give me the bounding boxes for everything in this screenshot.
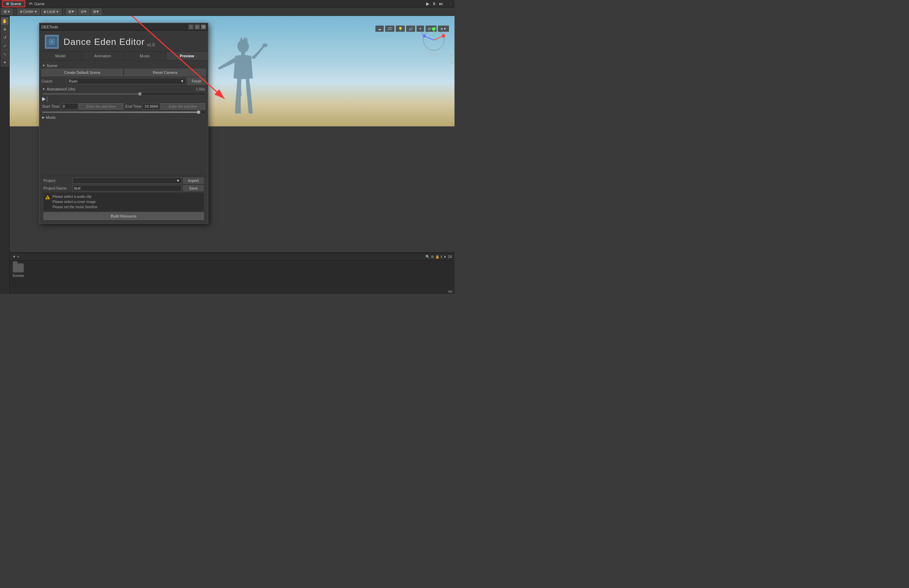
dialog-close-btn[interactable]: ✕ xyxy=(201,24,206,29)
animation-speed: 1.00x xyxy=(196,87,205,91)
start-time-input[interactable] xyxy=(61,103,78,110)
transform-button[interactable]: ⊞▼ xyxy=(66,9,77,15)
tab-music[interactable]: Music xyxy=(124,52,166,60)
layers-button[interactable]: ⊞ ▼ xyxy=(2,9,13,15)
local-button[interactable]: ◈ Local ▼ xyxy=(41,9,61,15)
playback-row xyxy=(42,95,206,103)
left-tools-panel: ✋ ⊕ ↺ ⤢ ⤡ ✦ xyxy=(0,16,10,294)
svg-point-0 xyxy=(237,40,249,52)
project-name-input[interactable] xyxy=(73,185,182,191)
pause-button[interactable]: ⏸ xyxy=(432,2,436,6)
toolbar: ⊞ ▼ ⊕ Center ▼ ◈ Local ▼ ⊞▼ ⊟▼ ⊠▼ xyxy=(0,8,454,16)
dialog-content: ▼ Scene Create Default Scene Reset Camer… xyxy=(39,60,208,223)
animation-slider-row xyxy=(42,92,206,95)
dialog-more-btn[interactable]: ⋮ xyxy=(189,24,193,29)
audio-button[interactable]: 🔊 xyxy=(406,26,415,32)
project-dropdown[interactable]: ▼ xyxy=(73,178,182,184)
scenes-folder[interactable]: Scenes xyxy=(13,263,24,278)
bottom-info-icon[interactable]: ℹ xyxy=(441,255,442,258)
move-tool[interactable]: ⊕ xyxy=(1,26,9,33)
bottom-search-icon[interactable]: 🔍 xyxy=(425,255,430,258)
game-icon: 🎮 xyxy=(29,2,33,5)
animation-progress-thumb[interactable] xyxy=(197,110,200,114)
play-button[interactable]: ▶ xyxy=(426,2,429,6)
bottom-right-label: tes xyxy=(447,289,454,294)
import-button[interactable]: Import xyxy=(183,178,204,184)
animation-section-header[interactable]: ▼ Animation(4.19s) 1.00x xyxy=(42,86,206,92)
dee-tools-dialog: DEETools ⋮ □ ✕ Danc xyxy=(39,23,208,224)
scene-section-header[interactable]: ▼ Scene xyxy=(42,63,206,69)
2d-button[interactable]: 2D xyxy=(385,26,395,32)
hand-tool[interactable]: ✋ xyxy=(1,17,9,25)
svg-text:!: ! xyxy=(47,196,48,200)
center-button[interactable]: ⊕ Center ▼ xyxy=(17,9,40,15)
title-text: Dance Eden Editorv1.0 xyxy=(63,37,155,47)
rect-tool[interactable]: ⤡ xyxy=(1,50,9,58)
layers-icon: ⊞ xyxy=(4,10,6,13)
scale-tool[interactable]: ⤢ xyxy=(1,42,9,50)
bottom-panel-header: ▼ ≡ 🔍 ⊞ 🔒 ℹ ★ 14 xyxy=(10,253,454,261)
create-default-scene-button[interactable]: Create Default Scene xyxy=(42,69,123,76)
start-time-placeholder[interactable]: Enter the start time xyxy=(79,103,123,110)
animation-slider-thumb[interactable] xyxy=(138,92,142,95)
animation-progress-bar[interactable] xyxy=(42,111,205,113)
tab-model[interactable]: Model xyxy=(39,52,81,60)
animation-play-button[interactable] xyxy=(42,97,45,101)
bottom-panel-icon: ▼ xyxy=(13,255,16,258)
mode-button[interactable]: ⊠▼ xyxy=(91,9,102,15)
tab-animation[interactable]: Animation xyxy=(81,52,124,60)
dialog-header: Dance Eden Editorv1.0 xyxy=(39,31,208,52)
cloud-button[interactable]: ☁ xyxy=(375,26,384,32)
dialog-maximize-btn[interactable]: □ xyxy=(195,24,200,29)
s-label: S xyxy=(450,54,453,56)
scene-buttons-row: Create Default Scene Reset Camera xyxy=(42,69,206,76)
game-tab[interactable]: 🎮 Game xyxy=(25,1,48,6)
transform-tool[interactable]: ✦ xyxy=(1,59,9,66)
lighting-button[interactable]: 💡 xyxy=(396,26,405,32)
coach-dropdown[interactable]: Ryan ▼ xyxy=(67,78,186,84)
warning-2: Please select a cover image xyxy=(52,199,97,204)
playhead-indicator xyxy=(47,96,47,102)
coach-row: Coach Ryan ▼ Fresh xyxy=(42,78,206,85)
dialog-titlebar: DEETools ⋮ □ ✕ xyxy=(39,23,208,31)
tab-preview[interactable]: Preview xyxy=(166,52,208,60)
save-button[interactable]: Save xyxy=(183,185,204,191)
project-dropdown-arrow: ▼ xyxy=(176,179,180,183)
toolbar-divider-1 xyxy=(15,9,15,15)
layers-label: ▼ xyxy=(7,10,10,13)
bottom-grid-icon[interactable]: ⊞ xyxy=(431,255,434,258)
scene-tab-label: Scene xyxy=(10,2,21,6)
dialog-title: DEETools xyxy=(42,25,58,29)
top-bar: ⊞ Scene 🎮 Game ▶ ⏸ ⏭ ⋮ xyxy=(0,0,454,8)
project-row: Project ▼ Import xyxy=(44,178,204,184)
rotate-tool[interactable]: ↺ xyxy=(1,34,9,42)
project-name-row: Project Name Save xyxy=(44,185,204,191)
snap-button[interactable]: ⊟▼ xyxy=(78,9,89,15)
step-button[interactable]: ⏭ xyxy=(439,2,443,6)
build-resource-button[interactable]: Build Resource xyxy=(44,212,204,220)
reset-camera-button[interactable]: Reset Camera xyxy=(125,69,206,76)
bottom-star-icon[interactable]: ★ xyxy=(443,255,446,258)
animation-collapse-icon: ▼ xyxy=(42,87,45,91)
end-time-placeholder[interactable]: Enter the end time xyxy=(160,103,205,110)
center-label: Center xyxy=(23,10,34,13)
svg-text:X: X xyxy=(442,32,444,35)
more-options-icon[interactable]: ⋮ xyxy=(449,2,453,6)
fresh-button[interactable]: Fresh xyxy=(187,78,206,85)
animation-slider[interactable] xyxy=(42,93,205,95)
project-name-label: Project Name xyxy=(44,186,71,190)
start-time-label: Start Time xyxy=(42,104,60,108)
warning-3: Please set the music timeline xyxy=(52,204,97,210)
music-section-label: Music xyxy=(46,115,56,120)
scene-tab[interactable]: ⊞ Scene xyxy=(2,0,25,7)
end-time-input[interactable] xyxy=(142,103,160,110)
coach-value: Ryan xyxy=(69,79,78,83)
bottom-panel-controls: ≡ xyxy=(17,255,19,258)
bottom-count: 14 xyxy=(448,255,452,258)
bottom-lock-icon[interactable]: 🔒 xyxy=(435,255,439,258)
svg-text:Y: Y xyxy=(435,26,437,29)
animation-section-label: Animation(4.19s) xyxy=(47,87,75,91)
coach-label: Coach xyxy=(42,79,66,83)
dialog-footer: Project ▼ Import Project Name Save xyxy=(42,176,206,221)
music-section-header[interactable]: ▶ Music xyxy=(42,114,206,121)
